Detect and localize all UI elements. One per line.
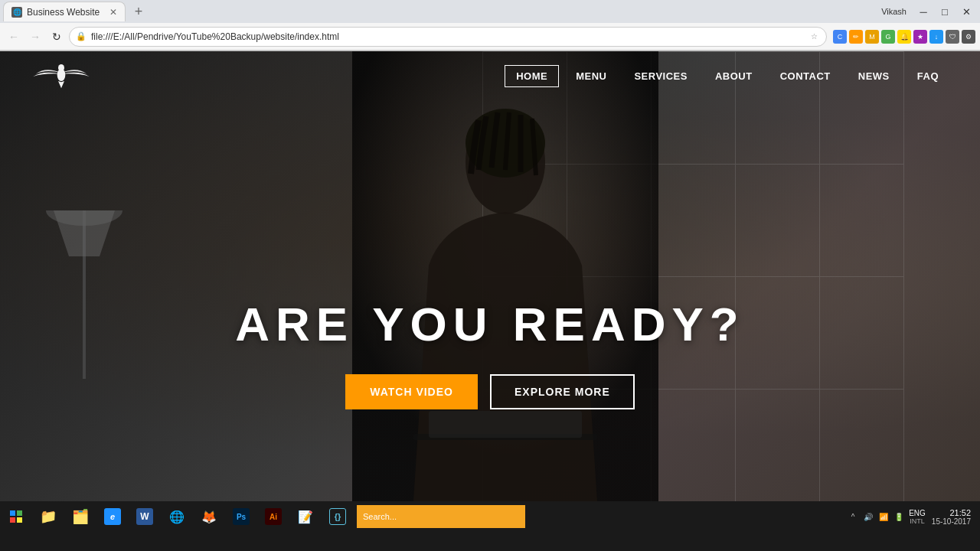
svg-point-9 <box>58 64 64 71</box>
address-bar[interactable]: 🔒 file:///E:/All/Pendrive/YouTube%20Back… <box>69 27 827 47</box>
person-silhouette <box>352 51 658 501</box>
nav-home[interactable]: HOME <box>505 65 559 87</box>
tab-favicon: 🌐 <box>11 7 22 18</box>
taskbar-search-area[interactable]: Search... <box>357 505 525 528</box>
taskbar-sticky[interactable]: 📝 <box>289 501 322 532</box>
tray-sound[interactable]: 🔊 <box>861 510 875 523</box>
system-clock[interactable]: 21:52 15-10-2017 <box>932 508 974 526</box>
refresh-button[interactable]: ↻ <box>47 28 66 46</box>
nav-links: HOME MENU SERVICES ABOUT CONTACT NEWS FA… <box>505 65 949 87</box>
clock-date: 15-10-2017 <box>932 517 971 526</box>
file-explorer-icon: 📁 <box>40 508 57 525</box>
ext-7[interactable]: ↓ <box>929 30 943 44</box>
taskbar-brackets[interactable]: {} <box>322 501 354 532</box>
start-button[interactable] <box>0 501 32 532</box>
ext-1[interactable]: C <box>833 30 847 44</box>
ext-5[interactable]: 🔔 <box>897 30 911 44</box>
nav-menu[interactable]: MENU <box>565 66 617 86</box>
taskbar-right: ^ 🔊 📶 🔋 ENG INTL 21:52 15-10-2017 <box>846 508 980 526</box>
taskbar-ie[interactable]: e <box>96 501 129 532</box>
browser-tab[interactable]: 🌐 Business Website ✕ <box>3 2 126 21</box>
back-button[interactable]: ← <box>5 28 23 46</box>
word-icon: W <box>136 508 153 525</box>
hero-content: ARE YOU READY? WATCH VIDEO EXPLORE MORE <box>0 297 980 409</box>
sticky-icon: 📝 <box>297 508 314 525</box>
taskbar-file-manager[interactable]: 🗂️ <box>64 501 96 532</box>
nav-services[interactable]: SERVICES <box>623 66 698 86</box>
nav-contact[interactable]: CONTACT <box>769 66 841 86</box>
taskbar-photoshop[interactable]: Ps <box>225 501 257 532</box>
ext-3[interactable]: M <box>865 30 879 44</box>
new-tab-button[interactable]: + <box>129 2 149 21</box>
taskbar: 📁 🗂️ e W 🌐 🦊 Ps Ai 📝 {} Search... <box>0 501 980 532</box>
logo-svg <box>31 57 92 96</box>
browser-chrome: 🌐 Business Website ✕ + Vikash ─ □ ✕ ← → … <box>0 0 980 51</box>
svg-marker-7 <box>54 210 115 256</box>
tray-arrow[interactable]: ^ <box>846 510 860 523</box>
title-bar-controls: Vikash ─ □ ✕ <box>881 1 977 22</box>
hero-buttons: WATCH VIDEO EXPLORE MORE <box>345 374 635 409</box>
site-navigation: HOME MENU SERVICES ABOUT CONTACT NEWS FA… <box>0 51 980 101</box>
clock-time: 21:52 <box>949 508 971 517</box>
nav-faq[interactable]: FAQ <box>906 66 949 86</box>
address-text: file:///E:/All/Pendrive/YouTube%20Backup… <box>91 31 803 42</box>
close-button[interactable]: ✕ <box>956 1 977 22</box>
explore-more-button[interactable]: EXPLORE MORE <box>490 374 635 409</box>
watch-video-button[interactable]: WATCH VIDEO <box>345 374 478 409</box>
tray-battery[interactable]: 🔋 <box>892 510 906 523</box>
lang-primary: ENG <box>909 509 926 517</box>
taskbar-word[interactable]: W <box>129 501 161 532</box>
hero-title: ARE YOU READY? <box>235 297 745 351</box>
site-logo[interactable] <box>31 57 92 96</box>
title-bar: 🌐 Business Website ✕ + Vikash ─ □ ✕ <box>0 0 980 23</box>
ext-2[interactable]: ✏ <box>849 30 863 44</box>
website-content: HOME MENU SERVICES ABOUT CONTACT NEWS FA… <box>0 51 980 501</box>
taskbar-chrome[interactable]: 🌐 <box>161 501 193 532</box>
ext-6[interactable]: ★ <box>913 30 927 44</box>
extension-icons: C ✏ M G 🔔 ★ ↓ 🛡 ⚙ <box>833 30 975 44</box>
tab-close-btn[interactable]: ✕ <box>109 7 117 18</box>
firefox-icon: 🦊 <box>201 508 217 525</box>
minimize-button[interactable]: ─ <box>913 1 934 22</box>
nav-about[interactable]: ABOUT <box>704 66 763 86</box>
tab-title: Business Website <box>27 7 100 18</box>
secure-icon: 🔒 <box>76 31 87 41</box>
taskbar-file-explorer[interactable]: 📁 <box>32 501 64 532</box>
taskbar-search-hint: Search... <box>363 512 397 521</box>
taskbar-firefox[interactable]: 🦊 <box>193 501 225 532</box>
forward-button[interactable]: → <box>26 28 44 46</box>
address-icons: ☆ <box>808 31 820 43</box>
ext-4[interactable]: G <box>881 30 895 44</box>
taskbar-apps: 📁 🗂️ e W 🌐 🦊 Ps Ai 📝 {} <box>32 501 354 532</box>
file-manager-icon: 🗂️ <box>72 508 89 525</box>
taskbar-illustrator[interactable]: Ai <box>257 501 289 532</box>
brackets-icon: {} <box>329 508 346 525</box>
nav-news[interactable]: NEWS <box>848 66 900 86</box>
photoshop-icon: Ps <box>233 508 250 525</box>
illustrator-icon: Ai <box>265 508 282 525</box>
tray-network[interactable]: 📶 <box>877 510 890 523</box>
svg-rect-4 <box>429 411 582 438</box>
lang-secondary: INTL <box>910 517 925 525</box>
language-indicator[interactable]: ENG INTL <box>909 509 926 525</box>
system-tray: ^ 🔊 📶 🔋 <box>846 510 906 523</box>
address-bar-row: ← → ↻ 🔒 file:///E:/All/Pendrive/YouTube%… <box>0 23 980 51</box>
ext-9[interactable]: ⚙ <box>962 30 975 44</box>
maximize-button[interactable]: □ <box>934 1 956 22</box>
browser-user: Vikash <box>881 7 906 16</box>
bookmark-icon[interactable]: ☆ <box>808 31 820 43</box>
windows-icon <box>10 510 22 523</box>
ext-8[interactable]: 🛡 <box>946 30 959 44</box>
chrome-icon: 🌐 <box>168 508 185 525</box>
ie-icon: e <box>104 508 121 525</box>
